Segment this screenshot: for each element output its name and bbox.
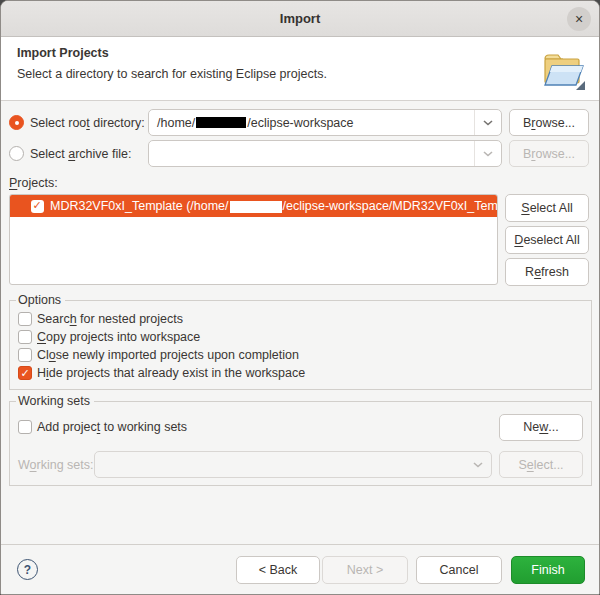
back-button[interactable]: < Back — [236, 556, 320, 584]
close-icon: × — [575, 12, 583, 26]
add-to-working-sets-label: Add project to working sets — [37, 420, 187, 434]
window-title: Import — [280, 11, 320, 26]
archive-file-radio[interactable] — [9, 146, 24, 161]
cancel-button[interactable]: Cancel — [416, 556, 502, 584]
working-sets-dropdown — [464, 452, 491, 477]
archive-file-value[interactable] — [149, 141, 474, 166]
import-dialog: Import × Import Projects Select a direct… — [0, 0, 600, 595]
options-group: Options Search for nested projects Copy … — [9, 293, 592, 390]
select-all-button[interactable]: Select All — [505, 194, 589, 222]
copy-projects-option[interactable]: Copy projects into workspace — [18, 328, 583, 346]
chevron-down-icon — [473, 462, 483, 468]
archive-file-label: Select archive file: — [30, 147, 148, 161]
search-nested-label: Search for nested projects — [37, 312, 183, 326]
select-working-set-button: Select... — [499, 451, 583, 478]
help-icon: ? — [24, 563, 31, 577]
copy-projects-checkbox[interactable] — [18, 330, 32, 344]
close-imported-checkbox[interactable] — [18, 348, 32, 362]
working-sets-group: Working sets Add project to working sets… — [9, 394, 592, 486]
close-imported-option[interactable]: Close newly imported projects upon compl… — [18, 346, 583, 364]
projects-label: Projects: — [9, 176, 599, 190]
project-list-item[interactable]: MDR32VF0xI_Template (/home//eclipse-work… — [10, 195, 497, 217]
working-sets-value — [95, 452, 464, 477]
working-sets-combo — [94, 451, 492, 478]
root-directory-combo[interactable]: /home//eclipse-workspace — [148, 109, 502, 136]
project-checkbox[interactable] — [31, 200, 44, 213]
root-directory-row: Select root directory: /home//eclipse-wo… — [9, 109, 589, 136]
search-nested-checkbox[interactable] — [18, 312, 32, 326]
help-button[interactable]: ? — [17, 559, 38, 580]
close-button[interactable]: × — [567, 7, 591, 31]
page-title: Import Projects — [17, 46, 537, 60]
hide-existing-checkbox[interactable] — [18, 366, 32, 380]
search-nested-projects-option[interactable]: Search for nested projects — [18, 310, 583, 328]
browse-archive-button: Browse... — [509, 140, 589, 167]
chevron-down-icon — [483, 151, 493, 157]
deselect-all-button[interactable]: Deselect All — [505, 226, 589, 254]
chevron-down-icon — [483, 120, 493, 126]
refresh-button[interactable]: Refresh — [505, 258, 589, 286]
open-folder-icon — [537, 46, 589, 98]
root-directory-radio[interactable] — [9, 115, 24, 130]
root-directory-label: Select root directory: — [30, 116, 148, 130]
page-subtitle: Select a directory to search for existin… — [17, 67, 537, 81]
projects-area: MDR32VF0xI_Template (/home//eclipse-work… — [9, 194, 589, 286]
titlebar: Import × — [1, 1, 599, 37]
wizard-header: Import Projects Select a directory to se… — [1, 37, 599, 101]
copy-projects-label: Copy projects into workspace — [37, 330, 200, 344]
projects-side-buttons: Select All Deselect All Refresh — [505, 194, 589, 286]
working-sets-label: Working sets: — [18, 458, 94, 472]
project-item-label: MDR32VF0xI_Template (/home//eclipse-work… — [50, 199, 497, 213]
finish-button[interactable]: Finish — [511, 556, 585, 584]
projects-list[interactable]: MDR32VF0xI_Template (/home//eclipse-work… — [9, 194, 498, 285]
footer-bar: ? < Back Next > Cancel Finish — [1, 544, 599, 594]
archive-file-row: Select archive file: Browse... — [9, 140, 589, 167]
redacted-username — [230, 201, 282, 213]
redacted-username — [196, 117, 246, 128]
archive-file-combo[interactable] — [148, 140, 502, 167]
archive-combo-dropdown[interactable] — [474, 141, 501, 166]
options-group-title: Options — [16, 293, 65, 307]
working-sets-group-title: Working sets — [16, 394, 94, 408]
add-to-working-sets-checkbox[interactable] — [18, 420, 32, 434]
browse-root-button[interactable]: Browse... — [509, 109, 589, 136]
close-imported-label: Close newly imported projects upon compl… — [37, 348, 299, 362]
new-working-set-button[interactable]: New... — [499, 414, 583, 441]
hide-existing-option[interactable]: Hide projects that already exist in the … — [18, 364, 583, 382]
root-directory-value[interactable]: /home//eclipse-workspace — [149, 110, 474, 135]
hide-existing-label: Hide projects that already exist in the … — [37, 366, 305, 380]
root-combo-dropdown[interactable] — [474, 110, 501, 135]
next-button: Next > — [322, 556, 408, 584]
